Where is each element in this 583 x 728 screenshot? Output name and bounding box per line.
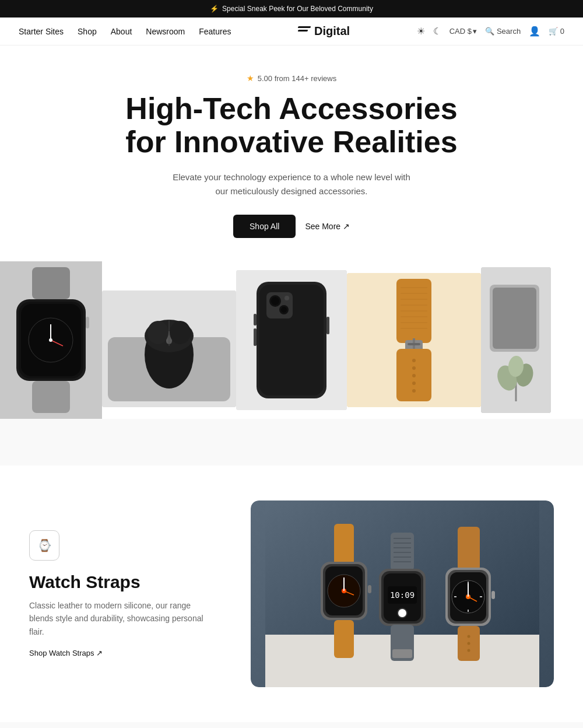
svg-rect-84 [392, 649, 412, 658]
search-label: Search [497, 27, 521, 36]
svg-point-18 [170, 321, 191, 344]
svg-rect-30 [254, 328, 257, 346]
svg-point-17 [147, 321, 168, 344]
hero-section: ★ 5.00 from 144+ reviews High-Tech Acces… [0, 46, 583, 261]
nav-starter-sites[interactable]: Starter Sites [19, 27, 64, 36]
svg-point-99 [468, 635, 470, 638]
site-logo[interactable]: Digital [298, 24, 350, 38]
svg-point-27 [285, 296, 289, 300]
hero-rating: ★ 5.00 from 144+ reviews [14, 74, 569, 83]
header-actions: ☀ ☾ CAD $ ▾ 🔍 Search 👤 🛒 0 [417, 26, 564, 37]
header: Starter Sites Shop About Newsroom Featur… [0, 18, 583, 46]
hero-headline: High-Tech Accessories for Innovative Rea… [117, 92, 466, 159]
svg-rect-9 [32, 381, 70, 413]
svg-rect-52 [493, 288, 536, 349]
svg-point-47 [412, 374, 416, 377]
currency-selector[interactable]: CAD $ ▾ [449, 27, 477, 36]
svg-point-26 [281, 307, 287, 313]
svg-rect-10 [86, 317, 89, 328]
svg-rect-1 [32, 267, 70, 299]
hero-buttons: Shop All See More ↗ [14, 215, 569, 238]
svg-point-46 [412, 366, 416, 370]
gallery-item-watch[interactable] [0, 261, 102, 419]
svg-point-24 [271, 297, 279, 305]
theme-moon-button[interactable]: ☾ [433, 26, 441, 37]
nav-features[interactable]: Features [199, 27, 231, 36]
svg-point-48 [412, 382, 416, 385]
cart-icon: 🛒 [549, 27, 558, 36]
theme-sun-button[interactable]: ☀ [417, 26, 425, 37]
cart-button[interactable]: 🛒 0 [549, 27, 564, 36]
main-nav: Starter Sites Shop About Newsroom Featur… [19, 27, 231, 36]
search-button[interactable]: 🔍 Search [485, 27, 521, 36]
watch-straps-section: ⌚ Watch Straps Classic leather to modern… [0, 466, 583, 722]
svg-point-82 [398, 608, 407, 618]
svg-rect-43 [408, 343, 420, 345]
watch-straps-photo: 10:09 [251, 501, 554, 687]
svg-point-49 [412, 389, 416, 393]
watch-straps-title: Watch Straps [29, 572, 216, 592]
product-gallery [0, 261, 583, 419]
see-more-link[interactable]: See More ↗ [305, 222, 350, 231]
currency-label: CAD $ [449, 27, 472, 36]
svg-text:10:09: 10:09 [390, 590, 415, 600]
announcement-text: Special Sneak Peek for Our Beloved Commu… [222, 5, 373, 13]
gallery-item-case[interactable] [236, 270, 347, 410]
svg-rect-85 [458, 527, 480, 570]
svg-point-8 [49, 338, 52, 342]
section-gap-1 [0, 419, 583, 466]
gallery-item-strap[interactable] [347, 273, 481, 407]
svg-rect-28 [326, 317, 329, 334]
shop-all-button[interactable]: Shop All [233, 215, 296, 238]
bolt-icon: ⚡ [210, 5, 219, 13]
svg-rect-29 [254, 314, 257, 326]
svg-point-101 [468, 649, 470, 652]
svg-rect-69 [334, 620, 354, 658]
watch-straps-description: Classic leather to modern silicone, our … [29, 599, 216, 638]
cart-count: 0 [560, 27, 564, 36]
svg-point-100 [468, 642, 470, 645]
gallery-item-misc[interactable] [481, 267, 551, 413]
watch-straps-image: 10:09 [251, 501, 554, 687]
svg-rect-22 [266, 292, 293, 318]
hero-subtext: Elevate your technology experience to a … [169, 170, 414, 198]
watch-straps-content: ⌚ Watch Straps Classic leather to modern… [29, 530, 216, 658]
rating-text: 5.00 from 144+ reviews [258, 74, 336, 83]
nav-newsroom[interactable]: Newsroom [146, 27, 185, 36]
nav-about[interactable]: About [111, 27, 132, 36]
phone-card-section: 🪪 Phone Card Holders Designed for conven… [0, 722, 583, 728]
star-icon: ★ [247, 74, 254, 83]
account-button[interactable]: 👤 [529, 26, 540, 37]
logo-icon [298, 26, 311, 37]
watch-straps-icon: ⌚ [29, 530, 59, 561]
user-icon: 👤 [529, 26, 540, 37]
announcement-bar: ⚡ Special Sneak Peek for Our Beloved Com… [0, 0, 583, 18]
svg-rect-97 [491, 591, 495, 599]
search-icon: 🔍 [485, 27, 494, 36]
svg-point-45 [412, 359, 416, 362]
moon-icon: ☾ [433, 26, 441, 37]
nav-shop[interactable]: Shop [78, 27, 97, 36]
svg-rect-68 [368, 585, 371, 593]
watch-icon: ⌚ [37, 538, 52, 552]
svg-rect-60 [334, 524, 354, 565]
gallery-item-mouse[interactable] [102, 290, 236, 407]
sun-icon: ☀ [417, 26, 425, 37]
chevron-down-icon: ▾ [473, 27, 477, 36]
watch-straps-link[interactable]: Shop Watch Straps ↗ [29, 649, 103, 657]
logo-text: Digital [314, 24, 350, 38]
